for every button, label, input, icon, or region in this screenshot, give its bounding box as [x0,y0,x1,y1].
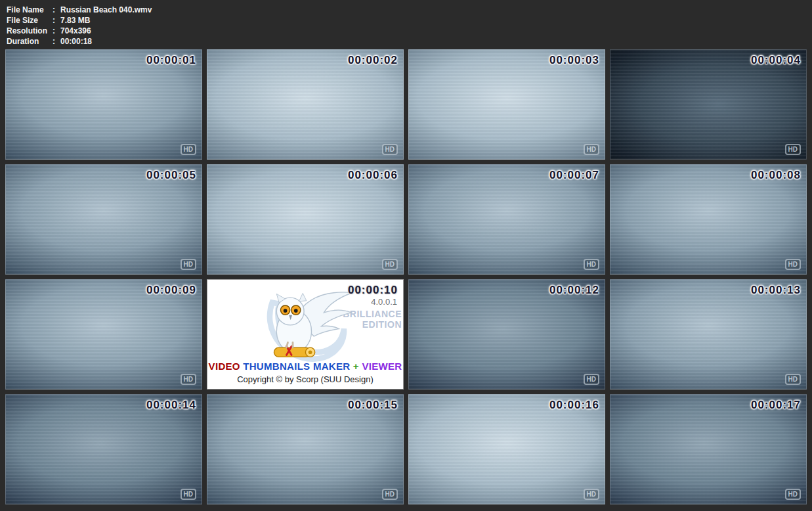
app-title-part: VIDEO [209,361,240,372]
app-logo-card: 00:00:10 4.0.0.1 BRILLIANCEEDITION [207,279,404,389]
timestamp-overlay: 00:00:10 [348,284,398,297]
timestamp-overlay: 00:00:04 [751,54,801,67]
video-frame-thumbnail: 00:00:02 HD [207,49,404,160]
file-info-value: 704x396 [60,26,91,35]
video-frame-thumbnail: 00:00:14 HD [5,394,202,504]
file-info-colon: : [53,5,60,14]
file-info-row: File Size:7.83 MB [7,16,812,26]
file-info-value: 7.83 MB [60,16,90,25]
video-frame-thumbnail: 00:00:01 HD [5,49,202,160]
video-frame-thumbnail: 00:00:04 HD [610,49,807,160]
hd-badge: HD [584,374,599,385]
app-copyright: Copyright © by Scorp (SUU Design) [207,374,403,384]
file-info-row: File Name:Russian Beach 040.wmv [7,5,812,16]
hd-badge: HD [382,144,398,155]
timestamp-overlay: 00:00:15 [348,399,398,412]
file-info-label: Duration [7,37,53,46]
thumbnail-grid: 00:00:01 HD 00:00:02 HD 00:00:03 HD 00:0… [0,49,812,504]
video-frame-thumbnail: 00:00:12 HD [408,279,605,389]
video-frame-thumbnail: 00:00:16 HD [408,394,605,504]
video-frame-thumbnail: 00:00:03 HD [408,49,605,160]
video-frame-thumbnail: 00:00:13 HD [610,279,807,389]
timestamp-overlay: 00:00:02 [348,54,398,67]
hd-badge: HD [382,259,398,270]
timestamp-overlay: 00:00:09 [146,284,196,297]
app-title-part: THUMBNAILS MAKER [240,361,351,372]
file-info-label: File Name [7,5,53,14]
file-info-label: File Size [7,16,53,25]
hd-badge: HD [382,489,398,500]
file-info-value: 00:00:18 [60,37,92,46]
hd-badge: HD [785,374,801,385]
hd-badge: HD [584,489,599,500]
app-title: VIDEO THUMBNAILS MAKER + VIEWER [207,361,403,372]
timestamp-overlay: 00:00:06 [348,169,398,182]
hd-badge: HD [181,489,196,500]
timestamp-overlay: 00:00:16 [549,399,599,412]
video-frame-thumbnail: 00:00:17 HD [610,394,807,504]
video-frame-thumbnail: 00:00:08 HD [610,164,807,275]
file-info-colon: : [53,37,60,46]
timestamp-overlay: 00:00:01 [146,54,196,67]
file-info-header: File Name:Russian Beach 040.wmvFile Size… [0,0,812,49]
file-info-colon: : [53,16,60,25]
file-info-colon: : [53,26,60,35]
hd-badge: HD [181,144,196,155]
video-frame-thumbnail: 00:00:06 HD [207,164,404,275]
timestamp-overlay: 00:00:17 [751,399,801,412]
owl-with-scroll-icon [238,285,362,363]
file-info-row: Duration:00:00:18 [7,37,812,47]
hd-badge: HD [181,374,196,385]
app-title-part: VIEWER [362,361,402,372]
timestamp-overlay: 00:00:14 [146,399,196,412]
timestamp-overlay: 00:00:07 [549,169,599,182]
hd-badge: HD [785,144,801,155]
file-info-row: Resolution:704x396 [7,26,812,37]
timestamp-overlay: 00:00:08 [751,169,801,182]
hd-badge: HD [181,259,196,270]
hd-badge: HD [785,489,801,500]
timestamp-overlay: 00:00:13 [751,284,801,297]
file-info-label: Resolution [7,26,53,35]
video-frame-thumbnail: 00:00:15 HD [207,394,404,504]
hd-badge: HD [785,259,801,270]
video-frame-thumbnail: 00:00:09 HD [5,279,202,389]
video-frame-thumbnail: 00:00:07 HD [408,164,605,275]
file-info-value: Russian Beach 040.wmv [60,5,152,14]
timestamp-overlay: 00:00:12 [549,284,599,297]
timestamp-overlay: 00:00:05 [146,169,196,182]
hd-badge: HD [584,144,599,155]
hd-badge: HD [584,259,599,270]
video-frame-thumbnail: 00:00:05 HD [5,164,202,275]
app-title-part: + [350,361,362,372]
timestamp-overlay: 00:00:03 [549,54,599,67]
app-version: 4.0.0.1 [371,297,397,307]
